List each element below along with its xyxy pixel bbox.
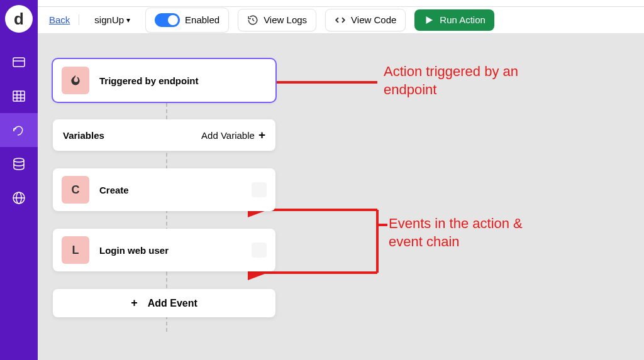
add-variable-button[interactable]: Add Variable +	[201, 128, 265, 142]
event-settings-slot[interactable]	[252, 182, 267, 197]
main-area: Back signUp ▾ Enabled View Logs View Cod…	[38, 0, 644, 360]
event-title: Login web user	[99, 245, 169, 256]
variables-label: Variables	[63, 130, 104, 141]
sidebar-item-tables[interactable]	[0, 79, 38, 113]
trigger-node[interactable]: Triggered by endpoint	[53, 59, 275, 102]
play-icon	[423, 14, 435, 26]
code-icon	[335, 14, 346, 26]
toolbar: Back signUp ▾ Enabled View Logs View Cod…	[38, 7, 644, 34]
sidebar: d	[0, 0, 38, 360]
event-node-login[interactable]: L Login web user	[53, 229, 275, 271]
event-badge: C	[62, 176, 89, 204]
enabled-toggle-btn[interactable]: Enabled	[145, 8, 229, 33]
svg-rect-2	[13, 91, 25, 101]
add-event-label: Add Event	[148, 298, 197, 309]
app-logo[interactable]: d	[5, 5, 33, 33]
flow-canvas: Triggered by endpoint Variables Add Vari…	[38, 34, 644, 360]
run-action-label: Run Action	[440, 14, 486, 25]
add-event-node[interactable]: + Add Event	[53, 289, 275, 317]
view-logs-button[interactable]: View Logs	[238, 9, 316, 31]
trigger-title: Triggered by endpoint	[99, 75, 199, 86]
svg-point-7	[14, 158, 24, 162]
action-name-label: signUp	[94, 14, 124, 25]
run-action-button[interactable]: Run Action	[414, 9, 494, 31]
back-link[interactable]: Back	[49, 14, 79, 25]
svg-line-12	[253, 20, 254, 21]
actions-icon	[11, 123, 26, 138]
sidebar-item-globe[interactable]	[0, 181, 38, 215]
plus-icon: +	[131, 297, 138, 310]
plus-icon: +	[258, 128, 265, 142]
annotation-trigger-text: Action triggered by an endpoint	[384, 63, 547, 99]
fire-icon	[62, 67, 89, 94]
event-settings-slot[interactable]	[252, 243, 267, 258]
svg-rect-0	[13, 58, 25, 67]
annotation-events-text: Events in the action & event chain	[389, 215, 552, 251]
view-code-label: View Code	[351, 14, 396, 25]
table-icon	[11, 89, 26, 104]
add-variable-label: Add Variable	[201, 130, 255, 141]
sidebar-item-actions[interactable]	[0, 113, 38, 147]
svg-marker-13	[426, 16, 433, 24]
globe-icon	[11, 190, 26, 205]
sidebar-item-api[interactable]	[0, 45, 38, 79]
view-code-button[interactable]: View Code	[325, 9, 406, 31]
action-selector[interactable]: signUp ▾	[88, 11, 136, 29]
sidebar-item-database[interactable]	[0, 147, 38, 181]
view-logs-label: View Logs	[264, 14, 307, 25]
event-node-create[interactable]: C Create	[53, 168, 275, 211]
toggle-switch-icon	[155, 13, 180, 27]
event-badge: L	[62, 236, 89, 264]
history-icon	[247, 14, 258, 26]
chevron-down-icon: ▾	[126, 16, 130, 25]
variables-node[interactable]: Variables Add Variable +	[53, 119, 275, 151]
top-strip	[38, 0, 644, 7]
event-title: Create	[99, 185, 129, 195]
database-icon	[11, 156, 26, 172]
enabled-label: Enabled	[185, 14, 219, 25]
api-icon	[11, 55, 26, 70]
